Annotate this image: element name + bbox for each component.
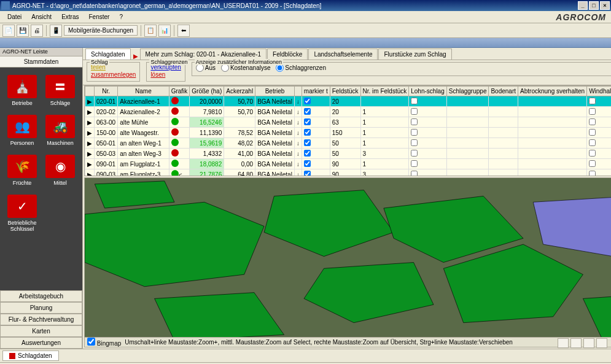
- table-row[interactable]: ▶063-00alte Mühle16,5246BGA Neiletal↓631…: [85, 117, 612, 128]
- col-header[interactable]: Feldstück: [330, 87, 360, 96]
- sidebar-btn-auswertungen[interactable]: Auswertungen: [0, 337, 82, 349]
- col-header[interactable]: Schlaggruppe: [446, 87, 489, 96]
- sidebar-header: AGRO-NET Leiste: [0, 48, 82, 56]
- opt-group-grenzen: Schlaggrenzen verknüpfen lösen: [146, 62, 185, 82]
- sidebar-icon-frchte[interactable]: 🌾Früchte: [5, 152, 39, 188]
- sidebar: AGRO-NET Leiste Stammdaten ⛪Betriebe〓Sch…: [0, 48, 83, 349]
- menu-ansicht[interactable]: Ansicht: [26, 12, 56, 21]
- table-row[interactable]: ▶020-02Akazienallee-27,981050,70BGA Neil…: [85, 107, 612, 117]
- sidebar-section-title: Stammdaten: [0, 56, 82, 68]
- map-view[interactable]: Bingmap Umschalt+linke Maustaste:Zoom+, …: [84, 177, 611, 347]
- opt-group-schlag: Schlag teilen zusammenlegen: [87, 62, 140, 82]
- menubar: Datei Ansicht Extras Fenster ? AGROCOM: [0, 11, 611, 23]
- brand-logo: AGROCOM: [556, 12, 606, 22]
- col-header[interactable]: Nr. im Feldstück: [360, 87, 409, 96]
- maximize-button[interactable]: □: [589, 1, 599, 10]
- window-title: AGRO-NET - d:\agro_net\datenbanken\agron…: [12, 2, 578, 9]
- col-header[interactable]: Name: [118, 87, 169, 96]
- toolbar-btn-mobile-icon[interactable]: 📱: [50, 25, 62, 37]
- toolbar-mobile-label[interactable]: Mobilgeräte-Buchungen: [64, 25, 138, 36]
- icon-glyph: 👥: [7, 115, 37, 138]
- map-footer: Bingmap Umschalt+linke Maustaste:Zoom+, …: [85, 337, 611, 347]
- sidebar-btn-flurpachtverwaltung[interactable]: Flur- & Pachtverwaltung: [0, 314, 82, 325]
- sidebar-icon-mittel[interactable]: ◉Mittel: [43, 152, 77, 188]
- table-row[interactable]: ▶090-01am Flugplatz-118,08820,00BGA Neil…: [85, 159, 612, 169]
- menu-fenster[interactable]: Fenster: [84, 12, 115, 21]
- col-header[interactable]: Abtrocknung sverhalten: [518, 87, 587, 96]
- bottom-icon-3[interactable]: [583, 338, 594, 348]
- col-header[interactable]: [85, 87, 95, 96]
- col-header[interactable]: Windhalm: [587, 87, 611, 96]
- sidebar-icon-betriebe[interactable]: ⛪Betriebe: [5, 72, 39, 109]
- toolbar-btn-3[interactable]: 🖨: [31, 25, 43, 37]
- menu-help[interactable]: ?: [114, 12, 128, 21]
- data-table-wrap[interactable]: Nr.NameGrafikGröße (ha)AckerzahlBetriebm…: [84, 85, 611, 176]
- tab-mehr[interactable]: Mehr zum Schlag: 020-01 - Akazienallee-1: [140, 48, 267, 60]
- bottom-icon-bar: [558, 338, 607, 348]
- col-header[interactable]: Bodenart: [489, 87, 518, 96]
- link-loesen[interactable]: lösen: [150, 71, 181, 79]
- toolbar-btn-5[interactable]: 📊: [158, 25, 171, 37]
- link-zusammenlegen[interactable]: zusammenlegen: [91, 71, 136, 79]
- col-header[interactable]: Ackerzahl: [224, 87, 255, 96]
- table-row[interactable]: ▶050-03an alten Weg-31,433241,00BGA Neil…: [85, 149, 612, 159]
- close-button[interactable]: ×: [600, 1, 610, 10]
- bottom-icon-2[interactable]: [570, 338, 582, 348]
- toolbar-btn-4[interactable]: 📋: [144, 25, 157, 37]
- options-bar: Schlag teilen zusammenlegen Schlaggrenze…: [83, 60, 611, 85]
- icon-glyph: 〓: [45, 75, 75, 98]
- toolbar-btn-2[interactable]: 💾: [17, 25, 29, 37]
- sidebar-btn-arbeitstagebuch[interactable]: Arbeitstagebuch: [0, 290, 82, 302]
- col-header[interactable]: Größe (ha): [190, 87, 224, 96]
- main-toolbar: 📄 💾 🖨 📱 Mobilgeräte-Buchungen 📋 📊 ⬅: [0, 23, 611, 38]
- col-header[interactable]: markier t: [302, 87, 330, 96]
- menu-extras[interactable]: Extras: [56, 12, 84, 21]
- radio-schlaggrenzen[interactable]: Schlaggrenzen: [276, 64, 326, 72]
- tab-feldbloecke[interactable]: Feldblöcke: [267, 48, 308, 60]
- tab-schlagdaten[interactable]: Schlagdaten: [85, 48, 131, 60]
- map-help-text: Umschalt+linke Maustaste:Zoom+, mittl. M…: [125, 339, 513, 346]
- window-titlebar: AGRO-NET - d:\agro_net\datenbanken\agron…: [0, 0, 611, 11]
- col-header[interactable]: Lohn-schlag: [409, 87, 446, 96]
- icon-glyph: ✓: [7, 195, 37, 218]
- minimize-button[interactable]: _: [578, 1, 588, 10]
- tab-arrow-icon: ▶: [131, 53, 140, 60]
- bottom-icon-1[interactable]: [558, 338, 569, 348]
- sidebar-icon-maschinen[interactable]: 🚜Maschinen: [43, 112, 77, 149]
- tab-strip: Schlagdaten ▶ Mehr zum Schlag: 020-01 - …: [83, 48, 611, 60]
- sidebar-btn-karten[interactable]: Karten: [0, 325, 82, 337]
- icon-glyph: ◉: [45, 155, 75, 178]
- sidebar-btn-planung[interactable]: Planung: [0, 302, 82, 314]
- table-row[interactable]: ▶050-01an alten Weg-115,961948,02BGA Nei…: [85, 138, 612, 149]
- icon-glyph: ⛪: [7, 75, 37, 98]
- sidebar-icon-schlge[interactable]: 〓Schläge: [43, 72, 77, 109]
- bottom-icon-4[interactable]: [596, 338, 607, 348]
- col-header[interactable]: [294, 87, 302, 96]
- bottom-tab-schlagdaten[interactable]: Schlagdaten: [2, 350, 59, 361]
- tab-flurstuecke[interactable]: Flurstücke zum Schlag: [378, 48, 451, 60]
- tab-landschaft[interactable]: Landschaftselemente: [308, 48, 378, 60]
- table-row[interactable]: ▶020-01Akazienallee-120,000050,70BGA Nei…: [85, 96, 612, 107]
- col-header[interactable]: Nr.: [95, 87, 118, 96]
- col-header[interactable]: Grafik: [169, 87, 190, 96]
- sidebar-icon-personen[interactable]: 👥Personen: [5, 112, 39, 149]
- data-table: Nr.NameGrafikGröße (ha)AckerzahlBetriebm…: [85, 86, 611, 176]
- table-row[interactable]: ▶090-03am Flugplatz-3<21,787664,80BGA Ne…: [85, 169, 612, 177]
- toolbar-btn-1[interactable]: 📄: [2, 25, 15, 37]
- icon-glyph: 🌾: [7, 155, 37, 178]
- mdi-titlebar: [0, 38, 611, 48]
- menu-datei[interactable]: Datei: [2, 12, 26, 21]
- opt-group-anzeige: Anzeige zusätzlicher Informationen Aus K…: [192, 62, 611, 76]
- icon-glyph: 🚜: [45, 115, 75, 138]
- app-icon: [1, 1, 10, 10]
- toolbar-btn-6[interactable]: ⬅: [177, 25, 190, 37]
- tab-color-icon: [9, 353, 15, 359]
- table-row[interactable]: ▶150-00alte Waagestr.11,139078,52BGA Nei…: [85, 128, 612, 138]
- col-header[interactable]: Betrieb: [255, 87, 295, 96]
- check-bingmap[interactable]: Bingmap: [87, 338, 121, 347]
- sidebar-icon-betrieblicheschlssel[interactable]: ✓Betriebliche Schlüssel: [5, 192, 39, 234]
- bottom-tab-strip: Schlagdaten: [0, 349, 611, 362]
